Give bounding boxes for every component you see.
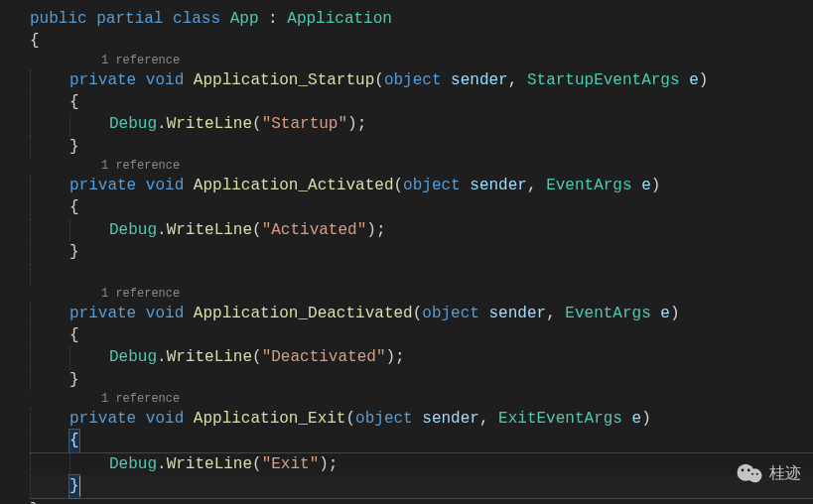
base-class: Application: [287, 10, 392, 28]
brace-close-matched: }: [69, 475, 79, 497]
keyword-partial: partial: [96, 10, 163, 28]
code-line[interactable]: public partial class App : Application: [30, 8, 813, 30]
keyword-public: public: [30, 10, 87, 28]
code-line-cursor[interactable]: }: [30, 475, 813, 498]
svg-point-2: [742, 468, 745, 471]
class-name: App: [230, 10, 259, 28]
code-line[interactable]: {: [30, 91, 813, 113]
method-name: Application_Exit: [194, 410, 346, 428]
param-type: StartupEventArgs: [527, 71, 680, 89]
brace-open-matched: {: [69, 430, 79, 451]
brace-close: }: [30, 501, 40, 504]
code-line[interactable]: {: [30, 196, 813, 218]
reference-hint[interactable]: 1 reference: [30, 53, 813, 69]
param-name: e: [689, 71, 699, 89]
class-ref: Debug: [109, 115, 157, 133]
code-line[interactable]: Debug.WriteLine("Exit");: [30, 452, 813, 475]
brace-open: {: [69, 93, 79, 111]
brace-close: }: [69, 138, 79, 156]
watermark: 桂迹: [736, 462, 801, 484]
reference-hint[interactable]: 1 reference: [30, 158, 813, 175]
param-type: object: [384, 71, 442, 89]
keyword-class: class: [173, 10, 220, 28]
string-literal: "Startup": [262, 115, 347, 133]
svg-point-4: [751, 473, 753, 475]
method-name: Application_Startup: [194, 71, 374, 89]
svg-point-5: [756, 473, 758, 475]
method-name: Application_Deactivated: [194, 305, 413, 322]
reference-hint[interactable]: 1 reference: [30, 286, 813, 303]
code-editor[interactable]: public partial class App : Application {…: [0, 0, 813, 504]
code-line[interactable]: private void Application_Exit(object sen…: [30, 408, 813, 430]
colon: :: [258, 10, 287, 28]
reference-hint[interactable]: 1 reference: [30, 391, 813, 408]
code-line[interactable]: }: [30, 136, 813, 158]
method-call: WriteLine: [167, 115, 252, 133]
wechat-icon: [736, 462, 763, 484]
code-line[interactable]: Debug.WriteLine("Deactivated");: [30, 346, 813, 368]
code-line[interactable]: {: [30, 30, 813, 52]
keyword-private: private: [69, 71, 136, 89]
text-cursor: [79, 476, 80, 495]
param-name: sender: [451, 71, 508, 89]
code-line[interactable]: [30, 264, 813, 286]
code-line[interactable]: {: [30, 430, 813, 451]
svg-point-1: [747, 468, 761, 482]
svg-point-3: [747, 468, 750, 471]
code-line[interactable]: private void Application_Activated(objec…: [30, 175, 813, 196]
code-line[interactable]: {: [30, 324, 813, 346]
code-line[interactable]: Debug.WriteLine("Startup");: [30, 113, 813, 135]
code-line[interactable]: private void Application_Deactivated(obj…: [30, 303, 813, 324]
keyword-void: void: [146, 71, 184, 89]
watermark-text: 桂迹: [769, 463, 801, 484]
code-line[interactable]: }: [30, 369, 813, 391]
brace-open: {: [30, 32, 40, 50]
code-line[interactable]: }: [30, 499, 813, 504]
code-line[interactable]: }: [30, 241, 813, 263]
method-name: Application_Activated: [194, 177, 394, 194]
code-line[interactable]: Debug.WriteLine("Activated");: [30, 219, 813, 241]
code-line[interactable]: private void Application_Startup(object …: [30, 69, 813, 91]
